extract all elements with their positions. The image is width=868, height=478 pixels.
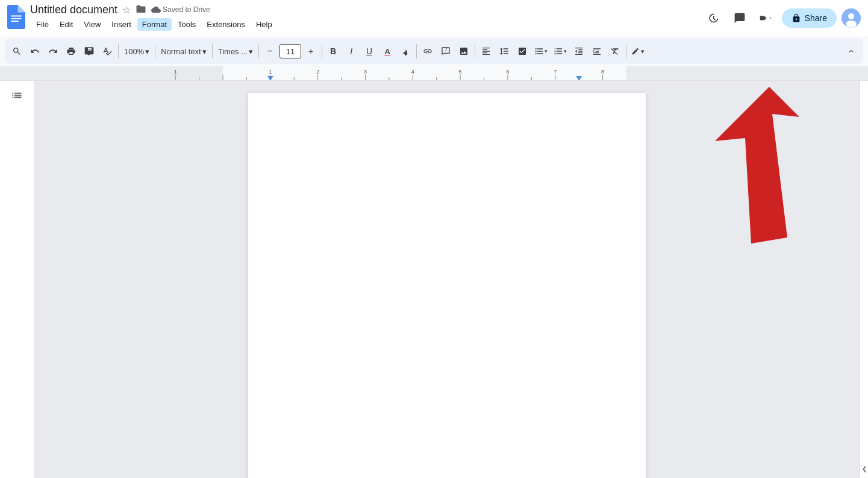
star-icon[interactable]: ☆ (122, 4, 131, 16)
titlebar-right: Share (702, 7, 861, 29)
highlight-button[interactable] (397, 42, 414, 60)
checklist-button[interactable] (514, 42, 531, 60)
saved-to-drive-text: Saved to Drive (163, 5, 210, 14)
share-label: Share (805, 13, 827, 23)
text-color-button[interactable]: A (379, 42, 396, 60)
separator-6 (416, 44, 417, 58)
separator-1 (118, 44, 119, 58)
svg-point-4 (848, 13, 854, 19)
share-button[interactable]: Share (782, 8, 837, 28)
text-style-dropdown-icon: ▾ (202, 47, 207, 56)
zoom-dropdown-icon: ▾ (145, 47, 149, 56)
clear-formatting-button[interactable] (607, 42, 623, 60)
text-style-selector[interactable]: Normal text ▾ (158, 43, 209, 60)
ruler (0, 66, 868, 81)
menu-tools[interactable]: Tools (173, 18, 201, 31)
document-page[interactable] (248, 93, 646, 478)
text-align-button[interactable] (478, 42, 495, 60)
edit-mode-button[interactable]: ▾ (629, 42, 647, 60)
print-button[interactable] (63, 42, 80, 60)
titlebar: Untitled document ☆ Saved to Drive File … (0, 0, 868, 36)
search-replace-button[interactable] (8, 42, 25, 60)
menu-file[interactable]: File (31, 18, 54, 31)
bold-button[interactable]: B (325, 42, 342, 60)
ruler-canvas (0, 66, 868, 81)
menu-insert[interactable]: Insert (107, 18, 136, 31)
menu-view[interactable]: View (79, 18, 105, 31)
cloud-save-icon: Saved to Drive (151, 5, 210, 14)
bullet-list-button[interactable]: ▾ (532, 42, 550, 60)
separator-8 (626, 44, 626, 58)
separator-4 (258, 44, 259, 58)
font-size-increase-button[interactable]: + (302, 42, 319, 60)
svg-rect-0 (11, 16, 22, 17)
spellcheck-button[interactable] (99, 42, 116, 60)
user-avatar[interactable] (841, 8, 861, 28)
menu-bar: File Edit View Insert Format Tools Exten… (30, 16, 698, 33)
font-dropdown-icon: ▾ (249, 47, 253, 56)
font-label: Times ... (218, 47, 248, 56)
move-to-folder-icon[interactable] (136, 4, 146, 16)
gdoc-logo (7, 5, 25, 31)
svg-rect-2 (11, 20, 19, 22)
chat-button[interactable] (729, 7, 751, 29)
document-title[interactable]: Untitled document (30, 4, 117, 16)
red-arrow-annotation (661, 87, 799, 262)
right-panel[interactable]: ❮ (860, 81, 868, 478)
menu-format[interactable]: Format (137, 18, 172, 31)
numbered-list-button[interactable]: ▾ (551, 42, 569, 60)
menu-edit[interactable]: Edit (55, 18, 78, 31)
separator-5 (322, 44, 322, 58)
font-size-input[interactable] (279, 44, 301, 58)
title-section: Untitled document ☆ Saved to Drive File … (30, 4, 698, 33)
outline-toggle[interactable] (7, 86, 27, 107)
menu-extensions[interactable]: Extensions (202, 18, 250, 31)
zoom-selector[interactable]: 100% ▾ (121, 43, 152, 60)
font-size-decrease-button[interactable]: − (261, 42, 278, 60)
meet-button[interactable] (755, 7, 777, 29)
main-area: ❮ (0, 81, 868, 478)
text-style-label: Normal text (161, 47, 201, 56)
italic-button[interactable]: I (343, 42, 360, 60)
paint-format-button[interactable] (81, 42, 98, 60)
add-comment-button[interactable] (437, 42, 454, 60)
insert-image-button[interactable] (455, 42, 472, 60)
zoom-value: 100% (124, 47, 144, 56)
font-selector[interactable]: Times ... ▾ (215, 43, 256, 60)
doc-title-row: Untitled document ☆ Saved to Drive (30, 4, 698, 16)
decrease-indent-button[interactable] (570, 42, 587, 60)
increase-indent-button[interactable] (589, 42, 605, 60)
underline-button[interactable]: U (361, 42, 378, 60)
separator-2 (155, 44, 155, 58)
collapse-toolbar-button[interactable] (843, 42, 860, 60)
svg-point-5 (846, 20, 857, 28)
insert-link-button[interactable] (419, 42, 436, 60)
sidebar (0, 81, 34, 478)
toolbar: 100% ▾ Normal text ▾ Times ... ▾ − + B I… (5, 39, 863, 64)
redo-button[interactable] (45, 42, 61, 60)
separator-7 (475, 44, 475, 58)
svg-rect-1 (11, 18, 22, 19)
menu-help[interactable]: Help (251, 18, 277, 31)
line-spacing-button[interactable] (496, 42, 513, 60)
version-history-button[interactable] (702, 7, 724, 29)
page-area[interactable] (34, 81, 860, 478)
undo-button[interactable] (27, 42, 43, 60)
svg-marker-6 (715, 87, 799, 244)
right-panel-collapse[interactable]: ❮ (862, 465, 867, 472)
separator-3 (212, 44, 213, 58)
